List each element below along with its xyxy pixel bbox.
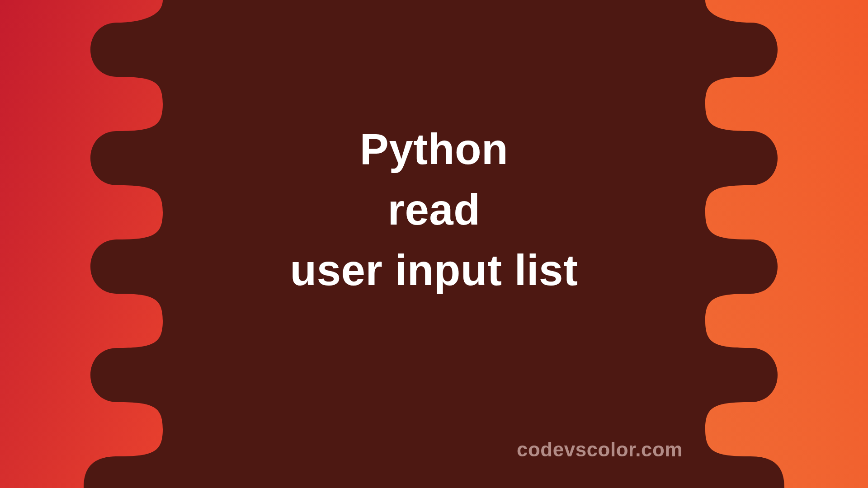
title-line-1: Python [360,122,508,176]
title-line-3: user input list [290,243,578,297]
watermark-text: codevscolor.com [517,438,683,461]
title: Python read user input list [0,122,868,297]
title-line-2: read [388,183,481,237]
hero-banner: Python read user input list codevscolor.… [0,0,868,488]
